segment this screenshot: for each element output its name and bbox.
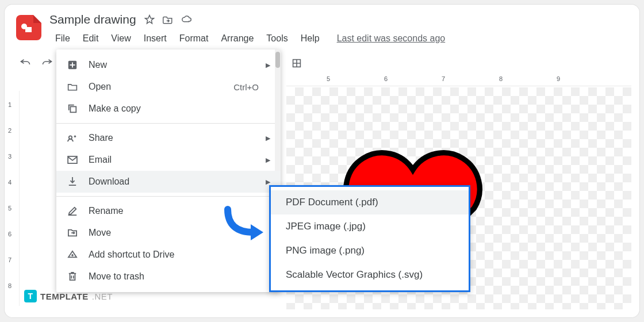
menu-file[interactable]: File (49, 30, 76, 47)
download-submenu: PDF Document (.pdf) JPEG image (.jpg) PN… (269, 185, 470, 292)
svg-rect-1 (25, 27, 32, 32)
submenu-arrow-icon: ▶ (266, 62, 270, 69)
watermark-badge: T TEMPLATE.NET (24, 290, 113, 302)
submenu-arrow-icon: ▶ (266, 135, 270, 142)
submenu-pdf[interactable]: PDF Document (.pdf) (271, 190, 469, 214)
download-icon (67, 176, 78, 187)
document-title[interactable]: Sample drawing (49, 13, 136, 26)
trash-icon (67, 271, 78, 282)
menuitem-make-copy[interactable]: Make a copy (56, 98, 281, 120)
menuitem-label: Rename (89, 206, 123, 216)
ruler-tick: 5 (327, 75, 330, 82)
undo-icon[interactable] (20, 57, 31, 68)
menuitem-open[interactable]: Open Ctrl+O (56, 76, 281, 98)
rename-icon (67, 205, 78, 217)
horizontal-ruler: 5 6 7 8 9 (286, 74, 631, 86)
menuitem-label: New (89, 60, 107, 70)
cloud-saved-icon[interactable] (181, 14, 191, 25)
menu-tools[interactable]: Tools (260, 30, 293, 47)
ruler-tick: 7 (442, 75, 445, 82)
menuitem-email[interactable]: Email ▶ (56, 149, 281, 171)
menu-separator (56, 196, 281, 197)
menuitem-download[interactable]: Download ▶ (56, 171, 281, 193)
menuitem-add-shortcut[interactable]: Add shortcut to Drive (56, 244, 281, 266)
keyboard-shortcut: Ctrl+O (233, 82, 259, 92)
ruler-tick: 6 (384, 75, 388, 82)
star-icon[interactable] (144, 14, 155, 25)
expand-icon[interactable] (292, 59, 301, 70)
svg-rect-6 (70, 106, 76, 112)
menu-insert[interactable]: Insert (138, 30, 172, 47)
menuitem-trash[interactable]: Move to trash (56, 266, 281, 288)
watermark-suffix: .NET (92, 292, 113, 301)
toolbar-undo-redo (20, 57, 53, 68)
menu-separator (56, 123, 281, 124)
menu-arrange[interactable]: Arrange (215, 30, 259, 47)
ruler-tick: 8 (499, 75, 503, 82)
folder-open-icon (67, 81, 78, 93)
menu-edit[interactable]: Edit (77, 30, 105, 47)
menuitem-share[interactable]: Share ▶ (56, 127, 281, 149)
vertical-ruler: 1 2 3 4 5 6 7 8 (5, 91, 20, 306)
add-shortcut-icon (67, 249, 78, 260)
watermark-text: TEMPLATE (40, 292, 89, 301)
submenu-svg[interactable]: Scalable Vector Graphics (.svg) (271, 263, 469, 287)
submenu-arrow-icon: ▶ (266, 178, 270, 186)
new-icon (67, 59, 78, 71)
menuitem-new[interactable]: New ▶ (56, 54, 281, 76)
app-logo-drawings[interactable] (16, 15, 41, 40)
annotation-arrow (222, 204, 268, 244)
menuitem-label: Move to trash (89, 271, 144, 282)
menuitem-label: Make a copy (89, 103, 141, 114)
redo-icon[interactable] (41, 57, 53, 68)
menuitem-label: Open (89, 82, 111, 92)
file-menu-dropdown: New ▶ Open Ctrl+O Make a copy Share ▶ Em… (56, 49, 281, 292)
submenu-arrow-icon: ▶ (266, 156, 270, 164)
submenu-jpeg[interactable]: JPEG image (.jpg) (271, 214, 469, 239)
move-icon (67, 227, 78, 239)
ruler-tick: 9 (557, 75, 560, 82)
menuitem-label: Add shortcut to Drive (89, 250, 174, 260)
menuitem-label: Share (89, 133, 113, 143)
menu-help[interactable]: Help (295, 30, 325, 47)
submenu-png[interactable]: PNG image (.png) (271, 239, 469, 263)
menu-format[interactable]: Format (174, 30, 214, 47)
last-edit-link[interactable]: Last edit was seconds ago (337, 33, 446, 44)
move-folder-icon[interactable] (163, 14, 173, 25)
menuitem-label: Move (89, 228, 111, 238)
copy-icon (67, 103, 78, 114)
share-icon (67, 132, 78, 144)
svg-rect-5 (70, 64, 75, 66)
menuitem-label: Email (89, 155, 112, 165)
menu-view[interactable]: View (105, 30, 136, 47)
menu-bar: File Edit View Insert Format Arrange Too… (49, 30, 628, 47)
watermark-logo-icon: T (24, 290, 37, 302)
menuitem-label: Download (89, 177, 129, 187)
email-icon (67, 154, 78, 166)
